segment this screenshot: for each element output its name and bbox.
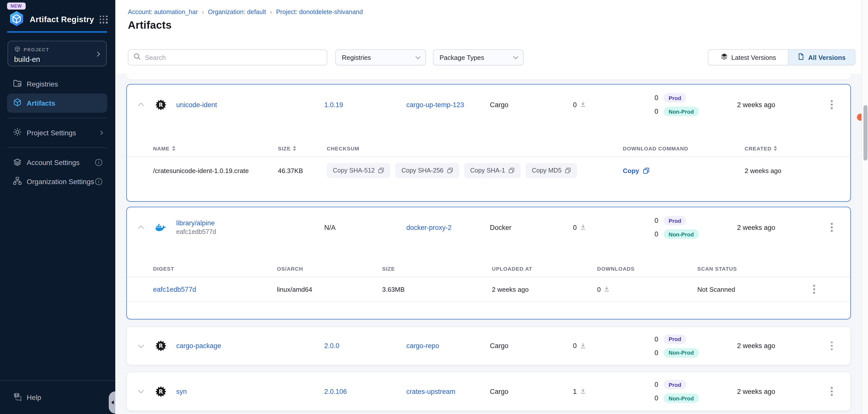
column-created[interactable]: CREATED [745, 145, 772, 151]
sidebar-item-organization-settings[interactable]: Organization Settings i [7, 172, 107, 191]
package-type: Cargo [490, 101, 573, 108]
sidebar-item-label: Registries [27, 80, 58, 88]
brand-row: Artifact Registry [8, 10, 108, 29]
search-input[interactable] [145, 54, 322, 61]
page-header: Account: automation_har › Organization: … [115, 0, 868, 73]
copy-sha256-button[interactable]: Copy SHA-256 [396, 163, 459, 178]
cargo-package-icon: R [155, 386, 166, 397]
breadcrumb-project-link[interactable]: Project: donotdelete-shivanand [276, 8, 363, 15]
sort-icon[interactable] [172, 146, 175, 151]
project-label: PROJECT [24, 47, 49, 52]
download-count: 0 [573, 101, 577, 108]
copy-download-command-link[interactable]: Copy [623, 167, 745, 174]
column-size[interactable]: SIZE [278, 145, 291, 151]
page-title: Artifacts [128, 19, 172, 31]
chevron-down-icon [138, 388, 144, 393]
download-count: 1 [573, 388, 577, 395]
environment-counts: 0Prod 0Non-Prod [654, 216, 737, 239]
row-menu-kebab-icon[interactable] [828, 339, 837, 353]
artifact-registry-link[interactable]: docker-proxy-2 [406, 223, 490, 231]
package-type: Cargo [490, 388, 573, 395]
column-name[interactable]: NAME [153, 145, 170, 151]
copy-sha512-button[interactable]: Copy SHA-512 [327, 163, 391, 178]
sidebar: NEW Artifact Registry [0, 0, 115, 414]
project-selector[interactable]: PROJECT build-en [7, 41, 107, 66]
sidebar-item-label: Organization Settings [27, 178, 94, 185]
svg-text:R: R [158, 101, 163, 108]
digest-link[interactable]: eafc1edb577d [153, 285, 277, 293]
filter-bar: Registries Package Types [128, 49, 856, 65]
prod-badge: Prod [663, 380, 686, 389]
breadcrumb: Account: automation_har › Organization: … [128, 8, 363, 15]
package-types-dropdown[interactable]: Package Types [433, 49, 524, 65]
collapse-row-button[interactable] [127, 97, 155, 112]
row-menu-kebab-icon[interactable] [828, 97, 837, 112]
uploaded-at: 2 weeks ago [492, 285, 597, 293]
os-arch: linux/amd64 [277, 285, 382, 293]
prod-badge: Prod [663, 216, 686, 226]
artifact-name-link[interactable]: unicode-ident [176, 101, 324, 108]
collapse-row-button[interactable] [127, 220, 155, 235]
copy-sha1-button[interactable]: Copy SHA-1 [464, 163, 521, 178]
artifact-registry-link[interactable]: cargo-up-temp-123 [406, 101, 490, 108]
row-menu-kebab-icon[interactable] [828, 220, 837, 235]
row-menu-kebab-icon[interactable] [828, 384, 837, 399]
sidebar-item-help[interactable]: ? Help [0, 381, 115, 414]
environment-counts: 0Prod 0Non-Prod [654, 93, 737, 116]
gear-icon [12, 127, 22, 138]
brand-underline [7, 31, 107, 33]
layers-gear-icon [12, 157, 22, 168]
checksum-buttons: Copy SHA-512 Copy SHA-256 Copy SHA-1 Cop… [327, 163, 623, 178]
sidebar-collapse-handle[interactable] [109, 391, 115, 414]
expand-row-button[interactable] [127, 384, 155, 399]
artifact-name-link[interactable]: syn [176, 388, 324, 395]
row-menu-kebab-icon[interactable] [810, 282, 819, 297]
nonprod-count: 0 [654, 394, 658, 402]
prod-count: 0 [654, 217, 658, 225]
copy-md5-button[interactable]: Copy MD5 [526, 163, 577, 178]
artifact-registry-link[interactable]: cargo-repo [406, 342, 490, 350]
files-table: NAME SIZE CHECKSUM DOWNLOAD COMMAND CREA… [127, 140, 850, 184]
module-grid-icon[interactable] [100, 15, 108, 24]
environment-counts: 0Prod 0Non-Prod [654, 334, 737, 357]
all-versions-button[interactable]: All Versions [788, 50, 855, 65]
scrollbar-thumb[interactable] [863, 105, 867, 161]
artifact-card-unicode-ident: R unicode-ident 1.0.19 cargo-up-temp-123… [126, 84, 851, 202]
info-icon[interactable]: i [95, 159, 102, 166]
latest-versions-button[interactable]: Latest Versions [708, 50, 788, 65]
breadcrumb-account-link[interactable]: Account: automation_har [128, 8, 198, 15]
cargo-package-icon: R [155, 340, 166, 351]
sidebar-item-registries[interactable]: Registries [7, 74, 107, 94]
artifact-version-link[interactable]: 2.0.0 [324, 342, 406, 350]
app-title: Artifact Registry [30, 15, 100, 24]
org-chart-gear-icon [12, 176, 22, 187]
sidebar-item-artifacts[interactable]: Artifacts [7, 94, 107, 113]
chevron-up-icon [138, 226, 144, 231]
registries-dropdown-label: Registries [342, 54, 371, 61]
sidebar-item-project-settings[interactable]: Project Settings [7, 123, 107, 142]
app-window: NEW Artifact Registry [0, 0, 868, 414]
registries-dropdown[interactable]: Registries [335, 49, 426, 65]
info-icon[interactable]: i [95, 178, 102, 185]
breadcrumb-separator: › [202, 8, 204, 15]
help-chat-icon: ? [12, 392, 22, 403]
artifact-registry-link[interactable]: crates-upstream [406, 388, 490, 395]
sidebar-item-account-settings[interactable]: Account Settings i [7, 153, 107, 172]
sort-icon[interactable] [293, 146, 296, 151]
column-checksum: CHECKSUM [327, 145, 623, 151]
download-icon [604, 285, 610, 293]
chevron-right-icon [99, 131, 103, 135]
artifact-version-link[interactable]: 2.0.106 [324, 388, 406, 395]
artifact-name-link[interactable]: cargo-package [176, 342, 324, 350]
download-icon [580, 223, 586, 232]
expand-row-button[interactable] [127, 338, 155, 353]
collapse-arrow-icon [111, 401, 114, 405]
file-size: 46.37KB [278, 167, 327, 174]
artifact-name-link[interactable]: library/alpine [176, 219, 324, 227]
breadcrumb-org-link[interactable]: Organization: default [208, 8, 266, 15]
registries-folder-icon [12, 78, 22, 90]
files-table-header: NAME SIZE CHECKSUM DOWNLOAD COMMAND CREA… [127, 140, 850, 157]
nonprod-badge: Non-Prod [663, 393, 699, 403]
sort-icon[interactable] [774, 146, 777, 151]
artifact-version-link[interactable]: 1.0.19 [324, 101, 406, 108]
